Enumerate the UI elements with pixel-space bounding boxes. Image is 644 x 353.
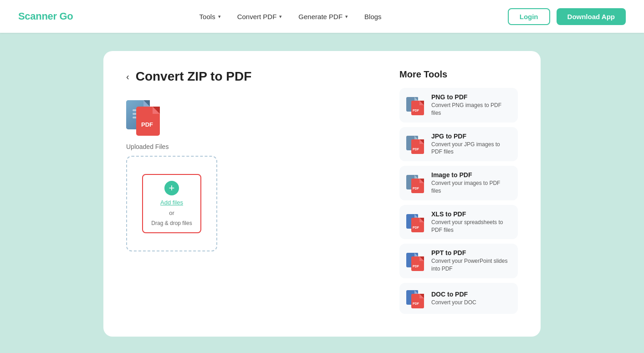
uploaded-files-label: Uploaded Files [126,143,372,150]
main-nav: Tools ▾ Convert PDF ▾ Generate PDF ▾ Blo… [199,13,382,20]
more-tools-title: More Tools [399,69,518,80]
tool-desc: Convert your spreadsheets to PDF files [431,219,511,234]
logo: Scanner Go [18,10,73,22]
left-panel: ‹ Convert ZIP to PDF [126,69,372,318]
svg-text:PDF: PDF [413,109,419,112]
tool-desc: Convert your DOC [431,299,476,307]
tool-icon-img: PDF [406,173,426,193]
download-app-button[interactable]: Download App [557,8,626,25]
nav-generate-pdf-label: Generate PDF [298,13,342,20]
tool-card-image-to-pdf[interactable]: PDF Image to PDF Convert your images to … [399,166,518,200]
header: Scanner Go Tools ▾ Convert PDF ▾ Generat… [0,0,644,33]
tool-info: JPG to PDF Convert your JPG images to PD… [431,133,511,156]
svg-text:PDF: PDF [413,187,419,190]
right-panel: More Tools PDF PNG to PDF Convert PNG im… [399,69,518,318]
tool-icon-xls: PDF [406,212,426,232]
tools-chevron-icon: ▾ [218,14,221,20]
file-icon-area: PDF [126,97,372,132]
or-label: or [169,210,174,216]
login-button[interactable]: Login [508,8,550,25]
zip-to-pdf-icon: PDF [126,97,157,132]
nav-convert-pdf[interactable]: Convert PDF ▾ [237,13,282,20]
tool-info: Image to PDF Convert your images to PDF … [431,171,511,195]
page-background: ‹ Convert ZIP to PDF [0,33,644,353]
svg-text:PDF: PDF [141,121,153,128]
add-plus-icon: + [164,181,179,195]
add-files-button[interactable]: + Add files or Drag & drop files [142,174,201,233]
tool-icon-doc: PDF [406,288,426,308]
svg-text:PDF: PDF [413,226,419,229]
nav-actions: Login Download App [508,8,626,25]
tool-card-xls-to-pdf[interactable]: PDF XLS to PDF Convert your spreadsheets… [399,205,518,240]
nav-convert-pdf-label: Convert PDF [237,13,277,20]
tool-info: PPT to PDF Convert your PowerPoint slide… [431,249,511,273]
tool-name: PNG to PDF [431,93,511,101]
nav-blogs[interactable]: Blogs [364,13,382,20]
tool-desc: Convert your JPG images to PDF files [431,141,511,156]
page-title: Convert ZIP to PDF [136,69,252,84]
tool-card-doc-to-pdf[interactable]: PDF DOC to PDF Convert your DOC [399,283,518,314]
tool-info: XLS to PDF Convert your spreadsheets to … [431,210,511,234]
tool-name: JPG to PDF [431,133,511,140]
tool-card-jpg-to-pdf[interactable]: PDF JPG to PDF Convert your JPG images t… [399,127,518,162]
svg-text:PDF: PDF [413,148,419,151]
svg-text:PDF: PDF [413,265,419,268]
tool-icon-png: PDF [406,95,426,115]
back-arrow-icon[interactable]: ‹ [126,72,129,82]
tool-name: DOC to PDF [431,291,476,298]
convert-pdf-chevron-icon: ▾ [279,14,282,20]
tool-cards-list: PDF PNG to PDF Convert PNG images to PDF… [399,88,518,314]
svg-text:PDF: PDF [413,302,419,305]
tool-desc: Convert your PowerPoint slides into PDF [431,257,511,273]
tool-card-png-to-pdf[interactable]: PDF PNG to PDF Convert PNG images to PDF… [399,88,518,123]
tool-name: Image to PDF [431,171,511,179]
tool-desc: Convert PNG images to PDF files [431,102,511,117]
nav-blogs-label: Blogs [364,13,382,20]
tool-card-ppt-to-pdf[interactable]: PDF PPT to PDF Convert your PowerPoint s… [399,244,518,278]
upload-drop-zone[interactable]: + Add files or Drag & drop files [126,156,217,251]
tool-icon-ppt: PDF [406,251,426,271]
tool-name: XLS to PDF [431,210,511,218]
tool-info: PNG to PDF Convert PNG images to PDF fil… [431,93,511,117]
tool-desc: Convert your images to PDF files [431,179,511,195]
generate-pdf-chevron-icon: ▾ [345,14,348,20]
page-title-row: ‹ Convert ZIP to PDF [126,69,372,84]
add-files-link[interactable]: Add files [160,199,183,206]
tool-name: PPT to PDF [431,249,511,256]
nav-tools[interactable]: Tools ▾ [199,13,221,20]
drag-drop-label: Drag & drop files [151,220,192,226]
tool-info: DOC to PDF Convert your DOC [431,291,476,307]
main-card: ‹ Convert ZIP to PDF [103,51,541,337]
nav-tools-label: Tools [199,13,215,20]
nav-generate-pdf[interactable]: Generate PDF ▾ [298,13,348,20]
tool-icon-jpg: PDF [406,134,426,154]
